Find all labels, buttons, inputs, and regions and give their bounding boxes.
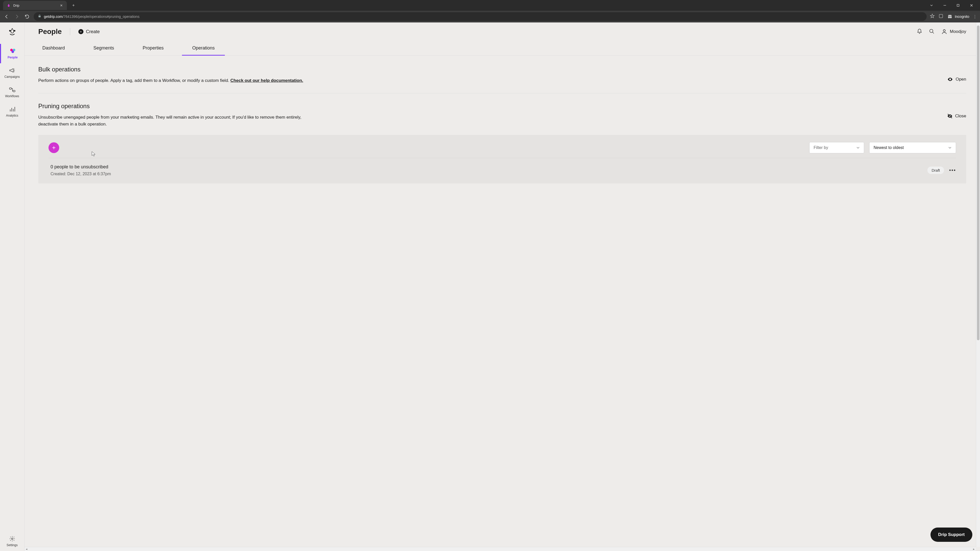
tabs: Dashboard Segments Properties Operations xyxy=(24,41,980,56)
sort-select[interactable]: Newest to oldest xyxy=(869,142,956,153)
browser-chrome: Drip ✕ + ✕ xyxy=(0,0,980,22)
filter-select[interactable]: Filter by xyxy=(809,142,864,153)
bulk-operations-section: Bulk operations Perform actions on group… xyxy=(38,66,966,94)
url-bar[interactable]: getdrip.com/7641396/people/operations#pr… xyxy=(34,12,927,21)
svg-rect-12 xyxy=(13,90,15,92)
maximize-icon[interactable] xyxy=(953,1,964,10)
vertical-scrollbar[interactable] xyxy=(976,22,980,547)
reload-button[interactable] xyxy=(24,13,30,20)
status-badge: Draft xyxy=(928,167,944,174)
megaphone-icon xyxy=(8,67,16,73)
eye-icon xyxy=(947,76,953,82)
sidebar-item-people[interactable]: People xyxy=(0,44,24,63)
svg-point-7 xyxy=(14,30,15,32)
lock-icon xyxy=(38,14,41,19)
back-button[interactable] xyxy=(3,13,10,20)
url-text: getdrip.com/7641396/people/operations#pr… xyxy=(44,14,139,19)
people-icon xyxy=(9,48,17,54)
eye-off-icon xyxy=(947,113,953,119)
bookmark-icon[interactable] xyxy=(930,14,935,20)
scroll-left-icon[interactable]: ◄ xyxy=(24,547,29,551)
user-icon xyxy=(941,29,947,35)
extensions-icon[interactable] xyxy=(939,14,943,20)
browser-tab[interactable]: Drip ✕ xyxy=(3,1,67,10)
create-button[interactable]: + Create xyxy=(78,29,100,35)
scroll-right-icon[interactable]: ► xyxy=(972,547,976,551)
section-description: Perform actions on groups of people. App… xyxy=(38,77,309,84)
svg-line-19 xyxy=(932,32,934,34)
analytics-icon xyxy=(8,106,16,112)
operation-title: 0 people to be unsubscribed xyxy=(51,164,928,170)
support-button[interactable]: Drip Support xyxy=(931,527,972,542)
operation-row[interactable]: 0 people to be unsubscribed Created: Dec… xyxy=(48,158,956,176)
address-bar: getdrip.com/7641396/people/operations#pr… xyxy=(0,11,980,22)
workflow-icon xyxy=(8,87,16,93)
section-title: Pruning operations xyxy=(38,103,937,110)
svg-rect-2 xyxy=(38,16,41,17)
sidebar-item-analytics[interactable]: Analytics xyxy=(0,102,24,121)
svg-point-6 xyxy=(10,30,11,32)
tab-bar: Drip ✕ + ✕ xyxy=(0,0,980,11)
svg-point-5 xyxy=(950,16,952,18)
pruning-panel: + Filter by Newest to oldest xyxy=(38,135,966,183)
svg-rect-3 xyxy=(939,14,943,17)
sidebar-item-settings[interactable]: Settings xyxy=(0,532,24,551)
search-icon[interactable] xyxy=(929,29,935,35)
svg-point-4 xyxy=(948,16,950,18)
section-description: Unsubscribe unengaged people from your m… xyxy=(38,114,309,127)
sidebar-item-workflows[interactable]: Workflows xyxy=(0,83,24,102)
forward-button[interactable] xyxy=(13,13,21,20)
incognito-badge[interactable]: Incognito xyxy=(947,14,969,19)
tab-segments[interactable]: Segments xyxy=(89,41,118,56)
svg-rect-11 xyxy=(10,88,11,89)
drip-favicon-icon xyxy=(6,3,11,7)
svg-point-18 xyxy=(929,29,933,33)
more-icon[interactable]: ••• xyxy=(949,167,956,173)
window-close-icon[interactable]: ✕ xyxy=(966,1,977,10)
chevron-down-icon xyxy=(856,146,860,149)
help-link[interactable]: Check out our help documentation. xyxy=(231,78,303,83)
sidebar-item-campaigns[interactable]: Campaigns xyxy=(0,63,24,83)
open-button[interactable]: Open xyxy=(947,76,966,82)
horizontal-scrollbar[interactable]: ◄ ► xyxy=(24,547,976,551)
page-title: People xyxy=(38,27,62,36)
pruning-operations-section: Pruning operations Unsubscribe unengaged… xyxy=(38,103,966,183)
tab-dropdown-icon[interactable] xyxy=(926,1,937,10)
tab-properties[interactable]: Properties xyxy=(138,41,168,56)
section-title: Bulk operations xyxy=(38,66,937,73)
svg-point-10 xyxy=(11,51,14,53)
gear-icon xyxy=(8,536,16,542)
tab-title: Drip xyxy=(13,3,57,7)
chevron-down-icon xyxy=(948,146,952,149)
svg-point-20 xyxy=(943,30,945,32)
close-button[interactable]: Close xyxy=(947,113,966,119)
svg-rect-1 xyxy=(957,4,959,6)
new-tab-button[interactable]: + xyxy=(70,2,77,9)
user-menu[interactable]: Moodjoy xyxy=(941,29,966,35)
operation-meta: Created: Dec 12, 2023 at 6:37pm xyxy=(51,171,928,176)
plus-circle-icon: + xyxy=(78,29,83,34)
tab-dashboard[interactable]: Dashboard xyxy=(38,41,69,56)
add-button[interactable]: + xyxy=(48,142,59,153)
close-icon[interactable]: ✕ xyxy=(59,3,63,7)
bell-icon[interactable] xyxy=(917,29,923,35)
svg-point-17 xyxy=(11,538,13,540)
sidebar: People Campaigns Workflows Analytics Se xyxy=(0,22,24,551)
tab-operations[interactable]: Operations xyxy=(188,41,219,56)
svg-point-21 xyxy=(950,79,951,80)
menu-icon[interactable]: ⋮ xyxy=(973,14,977,19)
minimize-icon[interactable] xyxy=(939,1,950,10)
drip-logo-icon[interactable] xyxy=(6,27,18,38)
header: People + Create Moodjoy xyxy=(24,22,980,41)
incognito-icon xyxy=(947,14,953,19)
